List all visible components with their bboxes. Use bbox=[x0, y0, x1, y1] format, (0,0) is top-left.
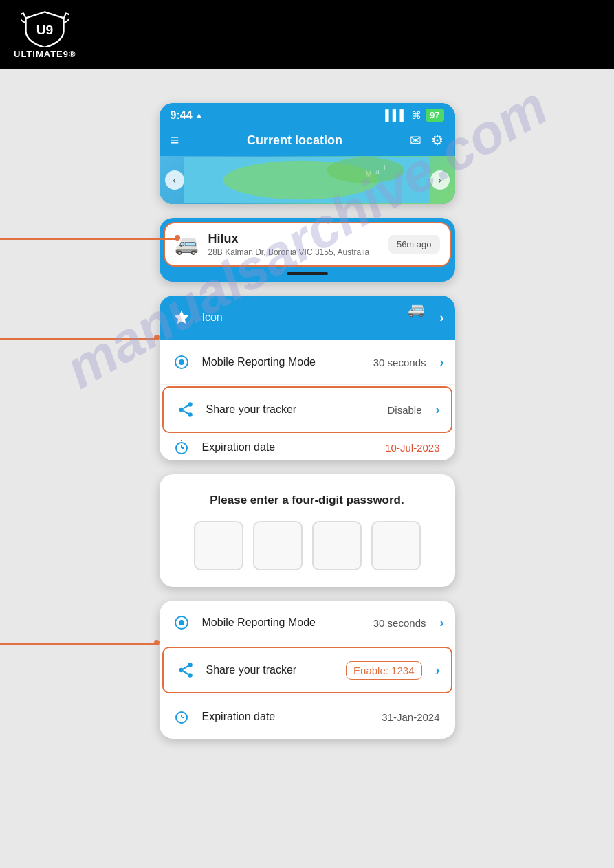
reporting-icon-2 bbox=[171, 612, 193, 634]
expiration-icon-2 bbox=[171, 706, 193, 728]
svg-line-24 bbox=[183, 671, 188, 674]
expiration-value-2: 31-Jan-2024 bbox=[382, 711, 439, 723]
menu-icon[interactable]: ≡ bbox=[171, 131, 179, 149]
settings-row-reporting[interactable]: Mobile Reporting Mode 30 seconds › bbox=[160, 340, 455, 385]
password-box-1[interactable] bbox=[194, 521, 243, 570]
map-right-button[interactable]: › bbox=[430, 170, 450, 190]
logo-icon: U9 bbox=[21, 10, 69, 47]
scroll-indicator bbox=[287, 272, 328, 275]
expiration-label-2: Expiration date bbox=[202, 711, 373, 723]
vehicle-panel: 🚐 Hilux 28B Kalman Dr, Boronia VIC 3155,… bbox=[160, 218, 455, 282]
svg-point-23 bbox=[188, 673, 193, 678]
settings-row-expiration[interactable]: Expiration date 10-Jul-2023 bbox=[160, 434, 455, 460]
location-arrow-icon: ▲ bbox=[195, 111, 204, 120]
brand-name: ULTIMATE9® bbox=[14, 49, 76, 59]
share-icon bbox=[175, 399, 197, 421]
status-time: 9:44 ▲ bbox=[171, 109, 204, 122]
annotation-arrow-1 bbox=[0, 238, 177, 240]
svg-line-15 bbox=[183, 405, 188, 408]
icon-row-icon bbox=[171, 307, 193, 329]
annotation-dot-2 bbox=[154, 335, 160, 340]
vehicle-card[interactable]: 🚐 Hilux 28B Kalman Dr, Boronia VIC 3155,… bbox=[164, 222, 451, 267]
map-left-button[interactable]: ‹ bbox=[165, 170, 184, 190]
svg-text:U9: U9 bbox=[36, 23, 54, 37]
app-top-bar: ≡ Current location ✉ ⚙ bbox=[160, 124, 455, 156]
status-bar: 9:44 ▲ ▌▌▌ ⌘ 97 bbox=[160, 103, 455, 124]
expiration-icon bbox=[171, 436, 193, 458]
password-panel: Please enter a four-digit password. bbox=[160, 474, 455, 587]
annotation-arrow-3 bbox=[0, 643, 156, 645]
settings-row-expiration-2[interactable]: Expiration date 31-Jan-2024 bbox=[160, 695, 455, 739]
envelope-icon[interactable]: ✉ bbox=[410, 132, 421, 148]
annotation-dot-3 bbox=[154, 640, 160, 645]
svg-point-22 bbox=[179, 668, 184, 673]
annotation-dot-1 bbox=[175, 235, 180, 241]
map-area: ‹ M a i › bbox=[160, 156, 455, 204]
svg-text:a: a bbox=[375, 168, 379, 175]
time-display: 9:44 bbox=[171, 109, 193, 122]
reporting-chevron: › bbox=[440, 355, 444, 370]
gear-icon[interactable]: ⚙ bbox=[431, 132, 443, 148]
reporting-icon bbox=[171, 351, 193, 373]
header-action-icons: ✉ ⚙ bbox=[410, 132, 443, 148]
battery-badge: 97 bbox=[426, 109, 443, 122]
settings-panel-1: Icon 🚐 › Mobile Reporting Mode 30 second… bbox=[160, 296, 455, 460]
share-label-2: Share your tracker bbox=[206, 664, 337, 676]
svg-point-11 bbox=[188, 402, 193, 407]
share-chevron-2: › bbox=[436, 663, 440, 678]
signal-icon: ▌▌▌ bbox=[385, 109, 407, 121]
reporting-value-2: 30 seconds bbox=[373, 617, 426, 629]
svg-point-21 bbox=[188, 663, 193, 667]
svg-line-25 bbox=[183, 666, 188, 669]
settings-panel-2-container: Mobile Reporting Mode 30 seconds › Share… bbox=[160, 601, 455, 739]
expiration-value: 10-Jul-2023 bbox=[385, 442, 439, 454]
expiration-label: Expiration date bbox=[202, 441, 376, 454]
icon-row-chevron: › bbox=[440, 311, 444, 325]
vehicle-time: 56m ago bbox=[388, 235, 440, 254]
reporting-value: 30 seconds bbox=[373, 357, 426, 368]
share-icon-2 bbox=[175, 659, 197, 681]
svg-text:i: i bbox=[384, 164, 385, 172]
share-value: Disable bbox=[387, 404, 421, 416]
logo: U9 ULTIMATE9® bbox=[14, 10, 76, 59]
password-prompt: Please enter a four-digit password. bbox=[173, 493, 441, 507]
reporting-label: Mobile Reporting Mode bbox=[202, 356, 364, 368]
settings-panel-1-container: Icon 🚐 › Mobile Reporting Mode 30 second… bbox=[160, 296, 455, 460]
password-box-4[interactable] bbox=[371, 521, 421, 570]
annotation-arrow-2 bbox=[0, 338, 156, 340]
status-icons: ▌▌▌ ⌘ 97 bbox=[385, 109, 443, 122]
svg-point-20 bbox=[179, 620, 184, 625]
wifi-icon: ⌘ bbox=[411, 109, 421, 122]
icon-row-label: Icon bbox=[202, 311, 398, 324]
settings-row-share-2[interactable]: Share your tracker Enable: 1234 › bbox=[162, 647, 452, 693]
app-title: Current location bbox=[247, 133, 342, 148]
settings-row-share[interactable]: Share your tracker Disable › bbox=[162, 386, 452, 433]
svg-point-13 bbox=[188, 412, 193, 417]
reporting-chevron-2: › bbox=[440, 616, 444, 630]
settings-row-icon[interactable]: Icon 🚐 › bbox=[160, 296, 455, 340]
settings-row-reporting-2[interactable]: Mobile Reporting Mode 30 seconds › bbox=[160, 601, 455, 645]
vehicle-name: Hilux bbox=[208, 232, 379, 246]
vehicle-panel-container: 🚐 Hilux 28B Kalman Dr, Boronia VIC 3155,… bbox=[160, 218, 455, 282]
car-icon-small: 🚐 bbox=[408, 301, 425, 318]
password-input-boxes bbox=[173, 521, 441, 570]
svg-line-14 bbox=[183, 411, 188, 414]
share-label: Share your tracker bbox=[206, 403, 378, 416]
svg-point-12 bbox=[179, 408, 184, 412]
settings-panel-2: Mobile Reporting Mode 30 seconds › Share… bbox=[160, 601, 455, 739]
vehicle-address: 28B Kalman Dr, Boronia VIC 3155, Austral… bbox=[208, 247, 379, 257]
reporting-label-2: Mobile Reporting Mode bbox=[202, 616, 364, 629]
svg-point-8 bbox=[179, 359, 184, 365]
map-phone-panel: 9:44 ▲ ▌▌▌ ⌘ 97 ≡ Current location ✉ ⚙ ‹ bbox=[160, 103, 455, 204]
share-chevron: › bbox=[436, 403, 440, 417]
share-value-2: Enable: 1234 bbox=[346, 661, 421, 680]
app-header: U9 ULTIMATE9® bbox=[0, 0, 614, 69]
svg-text:M: M bbox=[365, 170, 371, 178]
password-box-3[interactable] bbox=[312, 521, 362, 570]
main-content: manualsarchive.com 9:44 ▲ ▌▌▌ ⌘ 97 ≡ Cur… bbox=[0, 69, 614, 868]
map-content: M a i bbox=[184, 156, 430, 204]
vehicle-info: Hilux 28B Kalman Dr, Boronia VIC 3155, A… bbox=[208, 232, 379, 257]
password-box-2[interactable] bbox=[253, 521, 303, 570]
